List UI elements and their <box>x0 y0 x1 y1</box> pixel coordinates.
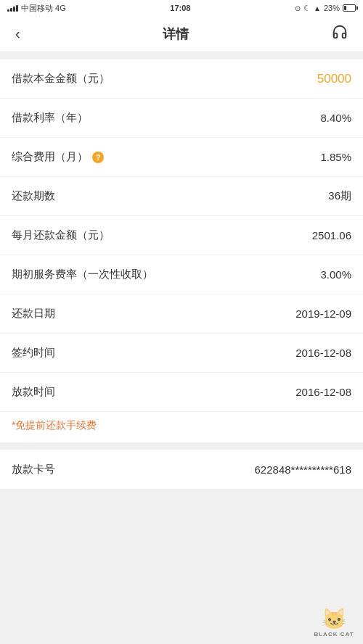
monthly-payment-label: 每月还款金额（元） <box>12 228 110 242</box>
monthly-payment-value: 2501.06 <box>312 229 351 242</box>
status-right: ⊙ ☾ ▲ 23% <box>295 4 356 13</box>
page-title: 详情 <box>163 25 189 43</box>
moon-icon: ☾ <box>303 4 311 13</box>
comprehensive-fee-label: 综合费用（月） ? <box>12 150 104 164</box>
disbursement-date-row: 放款时间 2016-12-08 <box>0 373 363 412</box>
loan-amount-row: 借款本金金额（元） 50000 <box>0 59 363 99</box>
battery-fill <box>344 6 346 10</box>
branding-overlay: 🐱 BLACK CAT <box>305 600 363 644</box>
bottom-fill <box>0 489 363 496</box>
disbursement-date-value: 2016-12-08 <box>295 386 351 398</box>
section-divider-mid <box>0 442 363 450</box>
disbursement-date-label: 放款时间 <box>12 385 55 399</box>
interest-rate-value: 8.40% <box>320 112 351 124</box>
cat-logo: 🐱 <box>322 607 347 631</box>
signal-bar-1 <box>7 9 9 12</box>
notice-row: *免提前还款手续费 <box>0 412 363 442</box>
comprehensive-fee-row: 综合费用（月） ? 1.85% <box>0 138 363 177</box>
time-label: 17:08 <box>170 4 190 12</box>
sign-date-label: 签约时间 <box>12 346 55 360</box>
section-divider-top <box>0 52 363 59</box>
card-number-row: 放款卡号 622848**********618 <box>0 450 363 489</box>
signal-bar-4 <box>16 5 18 12</box>
signal-bars <box>7 4 18 12</box>
service-fee-rate-value: 3.00% <box>320 268 351 281</box>
signal-bar-3 <box>13 7 15 12</box>
brand-text: BLACK CAT <box>314 631 354 637</box>
nav-bar: ‹ 详情 <box>0 16 363 52</box>
status-bar: 中国移动 4G 17:08 ⊙ ☾ ▲ 23% <box>0 0 363 16</box>
notice-text: *免提前还款手续费 <box>12 419 97 431</box>
signal-bar-2 <box>10 8 12 12</box>
card-number-value: 622848**********618 <box>255 463 351 476</box>
interest-rate-row: 借款利率（年） 8.40% <box>0 99 363 138</box>
sign-date-row: 签约时间 2016-12-08 <box>0 334 363 373</box>
loan-amount-value: 50000 <box>317 72 351 86</box>
service-fee-rate-row: 期初服务费率（一次性收取） 3.00% <box>0 255 363 294</box>
headset-icon[interactable] <box>328 20 351 47</box>
help-icon[interactable]: ? <box>92 152 104 163</box>
battery-label: 23% <box>324 4 340 12</box>
repayment-periods-row: 还款期数 36期 <box>0 177 363 216</box>
monthly-payment-row: 每月还款金额（元） 2501.06 <box>0 216 363 255</box>
battery-icon <box>343 4 356 12</box>
content-card: 借款本金金额（元） 50000 借款利率（年） 8.40% 综合费用（月） ? … <box>0 59 363 442</box>
interest-rate-label: 借款利率（年） <box>12 111 88 125</box>
repayment-periods-label: 还款期数 <box>12 189 55 203</box>
carrier-label: 中国移动 4G <box>21 3 66 14</box>
status-left: 中国移动 4G <box>7 3 66 14</box>
location-icon: ⊙ <box>295 4 301 12</box>
sign-date-value: 2016-12-08 <box>295 347 351 359</box>
repayment-date-row: 还款日期 2019-12-09 <box>0 294 363 334</box>
comprehensive-fee-value: 1.85% <box>320 151 351 163</box>
page: 中国移动 4G 17:08 ⊙ ☾ ▲ 23% ‹ 详情 <box>0 0 363 644</box>
wifi-icon: ▲ <box>314 4 321 12</box>
service-fee-rate-label: 期初服务费率（一次性收取） <box>12 268 153 281</box>
repayment-date-value: 2019-12-09 <box>295 307 351 320</box>
card-section: 放款卡号 622848**********618 <box>0 450 363 489</box>
back-button[interactable]: ‹ <box>12 22 24 46</box>
repayment-periods-value: 36期 <box>328 189 351 203</box>
repayment-date-label: 还款日期 <box>12 307 55 321</box>
card-number-label: 放款卡号 <box>12 463 55 476</box>
loan-amount-label: 借款本金金额（元） <box>12 72 110 86</box>
